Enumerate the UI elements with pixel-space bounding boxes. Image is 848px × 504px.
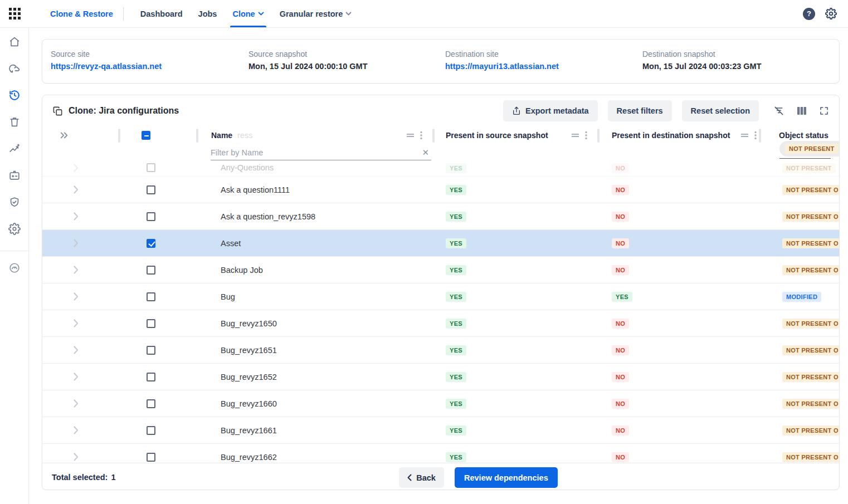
source-presence-badge: YES — [446, 212, 466, 222]
help-icon[interactable]: ? — [803, 8, 815, 20]
product-title[interactable]: Clone & Restore — [50, 0, 113, 27]
nav-item-granular-restore[interactable]: Granular restore — [272, 0, 360, 27]
table-row[interactable]: Ask a question1111 YES NO NOT PRESENT O — [42, 177, 839, 203]
trash-icon[interactable] — [8, 116, 21, 128]
expand-all-icon[interactable] — [59, 131, 69, 140]
analytics-icon[interactable] — [8, 143, 21, 155]
row-checkbox[interactable] — [147, 163, 155, 172]
table-row[interactable]: Bug_revyz1650 YES NO NOT PRESENT O — [42, 310, 839, 337]
row-checkbox[interactable] — [147, 292, 155, 301]
table-row[interactable]: Any-Questions YES NO NOT PRESENT — [42, 162, 839, 177]
status-filter-chip[interactable]: NOT PRESENT — [779, 141, 839, 156]
nav-item-clone[interactable]: Clone — [225, 0, 271, 27]
table-row[interactable]: Asset YES NO NOT PRESENT O — [42, 230, 839, 257]
support-headset-icon[interactable] — [8, 262, 21, 274]
column-header-destination[interactable]: Present in destination snapshot — [612, 131, 730, 140]
column-menu-icon[interactable] — [585, 131, 587, 140]
destination-site-link[interactable]: https://mayuri13.atlassian.net — [445, 62, 559, 71]
column-header-name[interactable]: Name — [211, 131, 232, 140]
clear-filter-icon[interactable]: ✕ — [420, 148, 431, 158]
table-row[interactable]: Bug_revyz1660 YES NO NOT PRESENT O — [42, 390, 839, 417]
row-expand-icon[interactable] — [74, 346, 79, 354]
column-separator[interactable] — [432, 129, 435, 143]
row-expand-icon[interactable] — [74, 319, 79, 327]
occluded-row: Any-Questions YES NO NOT PRESENT — [42, 162, 839, 177]
row-expand-icon[interactable] — [74, 399, 79, 408]
settings-gear-icon[interactable] — [8, 223, 21, 235]
column-separator[interactable] — [196, 129, 198, 143]
row-name: Bug_revyz1662 — [197, 453, 433, 462]
columns-icon[interactable] — [797, 106, 807, 116]
table-row[interactable]: Bug_revyz1651 YES NO NOT PRESENT O — [42, 337, 839, 364]
column-resize-icon[interactable] — [740, 133, 749, 138]
cloud-backup-icon[interactable] — [8, 62, 21, 75]
row-name: Bug_revyz1651 — [197, 346, 433, 355]
source-site-link[interactable]: https://revyz-qa.atlassian.net — [51, 62, 162, 71]
home-icon[interactable] — [8, 36, 21, 48]
chevron-down-icon — [258, 12, 264, 16]
table-row[interactable]: Bug_revyz1662 YES NO NOT PRESENT O — [42, 444, 839, 463]
column-resize-icon[interactable] — [571, 133, 579, 138]
table-row[interactable]: Bug_revyz1661 YES NO NOT PRESENT O — [42, 417, 839, 444]
name-filter-input[interactable] — [211, 148, 420, 157]
row-name: Backup Job — [197, 266, 433, 275]
fullscreen-icon[interactable] — [819, 106, 829, 116]
destination-snapshot-label: Destination snapshot — [642, 50, 762, 58]
nav-item-jobs[interactable]: Jobs — [191, 0, 225, 27]
source-presence-badge: YES — [446, 345, 466, 355]
clone-summary-card: Source site https://revyz-qa.atlassian.n… — [42, 39, 840, 84]
table-row[interactable]: Backup Job YES NO NOT PRESENT O — [42, 257, 839, 283]
select-all-checkbox[interactable] — [142, 131, 150, 140]
row-expand-icon[interactable] — [74, 373, 79, 381]
reset-filters-button[interactable]: Reset filters — [608, 100, 672, 121]
destination-presence-badge: NO — [612, 399, 629, 409]
row-checkbox[interactable] — [147, 239, 155, 248]
settings-icon[interactable] — [825, 8, 837, 19]
column-resize-icon[interactable] — [406, 133, 415, 138]
row-name: Bug_revyz1650 — [197, 319, 433, 328]
column-separator[interactable] — [759, 129, 761, 143]
row-checkbox[interactable] — [147, 373, 155, 381]
license-badge-icon[interactable] — [8, 169, 21, 182]
row-expand-icon[interactable] — [74, 266, 79, 274]
app-switcher-button[interactable] — [0, 0, 29, 27]
row-checkbox[interactable] — [147, 399, 155, 408]
nav-item-dashboard[interactable]: Dashboard — [133, 0, 191, 27]
row-expand-icon[interactable] — [74, 185, 79, 194]
row-expand-icon[interactable] — [74, 292, 79, 301]
row-checkbox[interactable] — [147, 346, 155, 355]
row-expand-icon[interactable] — [74, 426, 79, 434]
table-row[interactable]: Ask a question_revyz1598 YES NO NOT PRES… — [42, 203, 839, 230]
destination-presence-badge: NO — [612, 425, 629, 436]
destination-presence-badge: NO — [612, 238, 629, 248]
export-metadata-button[interactable]: Export metadata — [503, 100, 598, 121]
row-checkbox[interactable] — [147, 185, 155, 194]
back-button[interactable]: Back — [399, 467, 444, 488]
table-row[interactable]: Bug YES YES MODIFIED — [42, 283, 839, 310]
row-checkbox[interactable] — [147, 453, 155, 462]
column-separator[interactable] — [118, 129, 120, 143]
row-checkbox[interactable] — [147, 212, 155, 221]
column-menu-icon[interactable] — [754, 131, 757, 140]
row-expand-icon[interactable] — [74, 164, 79, 172]
destination-presence-badge: NO — [612, 185, 629, 195]
security-shield-icon[interactable] — [8, 196, 21, 208]
row-expand-icon[interactable] — [74, 239, 79, 247]
restore-history-icon[interactable] — [8, 89, 21, 101]
row-checkbox[interactable] — [147, 319, 155, 328]
column-header-status[interactable]: Object status — [779, 131, 828, 140]
reset-selection-button[interactable]: Reset selection — [682, 100, 759, 121]
review-dependencies-button[interactable]: Review dependencies — [455, 467, 558, 488]
row-checkbox[interactable] — [147, 266, 155, 275]
column-separator[interactable] — [597, 129, 600, 143]
table-row[interactable]: Bug_revyz1652 YES NO NOT PRESENT O — [42, 364, 839, 390]
column-menu-icon[interactable] — [420, 131, 422, 140]
column-header-source[interactable]: Present in source snapshot — [446, 131, 548, 140]
app-grid-icon — [9, 8, 21, 19]
row-expand-icon[interactable] — [74, 212, 79, 221]
object-status-badge: NOT PRESENT O — [782, 372, 839, 382]
clear-filters-icon[interactable] — [773, 105, 784, 116]
row-expand-icon[interactable] — [74, 453, 79, 461]
destination-presence-badge: NO — [612, 265, 629, 275]
row-checkbox[interactable] — [147, 426, 155, 435]
